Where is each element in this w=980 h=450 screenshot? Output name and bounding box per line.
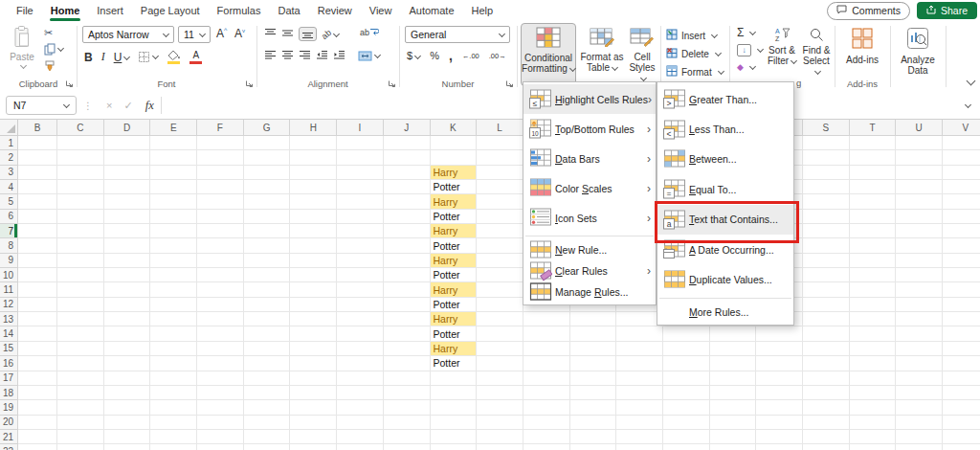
menu-item-icon-sets[interactable]: Icon Sets› bbox=[523, 203, 656, 233]
row-header-21[interactable]: 21 bbox=[0, 430, 18, 444]
cell-O21[interactable] bbox=[616, 430, 663, 444]
tab-page-layout[interactable]: Page Layout bbox=[132, 0, 209, 21]
cell-T21[interactable] bbox=[850, 430, 897, 444]
row-header-17[interactable]: 17 bbox=[0, 371, 18, 386]
cell-C9[interactable] bbox=[57, 254, 104, 268]
cell-Q14[interactable] bbox=[710, 326, 757, 341]
align-bottom-button[interactable] bbox=[299, 27, 317, 41]
cell-E20[interactable] bbox=[150, 416, 197, 430]
cell-E3[interactable] bbox=[150, 166, 197, 180]
cell-S4[interactable] bbox=[803, 180, 850, 194]
fill-color-button[interactable] bbox=[167, 50, 181, 64]
cell-R15[interactable] bbox=[756, 342, 803, 356]
cell-E16[interactable] bbox=[150, 356, 197, 371]
orientation-button[interactable]: ab bbox=[322, 29, 339, 39]
column-header-T[interactable]: T bbox=[850, 120, 897, 136]
cell-B3[interactable] bbox=[18, 166, 57, 180]
cell-H17[interactable] bbox=[290, 371, 337, 386]
tab-help[interactable]: Help bbox=[463, 0, 502, 21]
cell-S20[interactable] bbox=[803, 416, 850, 430]
cell-S13[interactable] bbox=[803, 312, 850, 326]
cell-J14[interactable] bbox=[384, 326, 431, 341]
cell-F16[interactable] bbox=[197, 356, 244, 371]
cell-H1[interactable] bbox=[290, 136, 337, 150]
cell-V15[interactable] bbox=[943, 342, 980, 356]
column-header-D[interactable]: D bbox=[104, 120, 151, 136]
cell-M18[interactable] bbox=[523, 386, 570, 400]
cell-B7[interactable] bbox=[18, 224, 57, 238]
cell-F4[interactable] bbox=[197, 180, 244, 194]
clipboard-dialog-launcher[interactable] bbox=[65, 79, 74, 88]
row-header-14[interactable]: 14 bbox=[0, 326, 18, 341]
share-button[interactable]: Share bbox=[917, 2, 977, 19]
cell-J8[interactable] bbox=[384, 238, 431, 253]
cell-G22[interactable] bbox=[244, 444, 291, 450]
cell-S11[interactable] bbox=[803, 282, 850, 297]
cell-D20[interactable] bbox=[104, 416, 151, 430]
cell-S2[interactable] bbox=[803, 150, 850, 165]
cell-V9[interactable] bbox=[943, 254, 980, 268]
cell-Q19[interactable] bbox=[710, 400, 757, 415]
cell-I2[interactable] bbox=[337, 150, 384, 165]
cell-J13[interactable] bbox=[384, 312, 431, 326]
cell-H16[interactable] bbox=[290, 356, 337, 371]
cell-N13[interactable] bbox=[570, 312, 617, 326]
cell-C16[interactable] bbox=[57, 356, 104, 371]
menu-item-equal-to[interactable]: =Equal To... bbox=[657, 174, 793, 204]
cell-E10[interactable] bbox=[150, 268, 197, 282]
cell-S16[interactable] bbox=[803, 356, 850, 371]
cell-D14[interactable] bbox=[104, 326, 151, 341]
cell-I17[interactable] bbox=[337, 371, 384, 386]
cell-D3[interactable] bbox=[104, 166, 151, 180]
cell-H4[interactable] bbox=[290, 180, 337, 194]
cell-D5[interactable] bbox=[104, 194, 151, 209]
row-header-13[interactable]: 13 bbox=[0, 312, 18, 326]
menu-item-data-bars[interactable]: Data Bars› bbox=[523, 144, 656, 173]
cell-G11[interactable] bbox=[244, 282, 291, 297]
cell-K2[interactable] bbox=[431, 150, 478, 165]
column-header-C[interactable]: C bbox=[57, 120, 104, 136]
cell-L11[interactable] bbox=[477, 282, 523, 297]
cell-D18[interactable] bbox=[104, 386, 151, 400]
cell-D8[interactable] bbox=[104, 238, 151, 253]
cell-U16[interactable] bbox=[896, 356, 943, 371]
cell-U6[interactable] bbox=[896, 210, 943, 224]
cell-J10[interactable] bbox=[384, 268, 431, 282]
cell-F18[interactable] bbox=[197, 386, 244, 400]
cell-E14[interactable] bbox=[150, 326, 197, 341]
cell-C19[interactable] bbox=[57, 400, 104, 415]
cell-C10[interactable] bbox=[57, 268, 104, 282]
cell-D7[interactable] bbox=[104, 224, 151, 238]
cell-I14[interactable] bbox=[337, 326, 384, 341]
cell-D10[interactable] bbox=[104, 268, 151, 282]
cell-C13[interactable] bbox=[57, 312, 104, 326]
column-header-B[interactable]: B bbox=[18, 120, 57, 136]
cell-H20[interactable] bbox=[290, 416, 337, 430]
insert-cells-button[interactable]: Insert bbox=[666, 29, 717, 42]
row-header-6[interactable]: 6 bbox=[0, 210, 18, 224]
font-size-select[interactable]: 11 bbox=[178, 26, 211, 43]
number-dialog-launcher[interactable] bbox=[505, 79, 514, 88]
cell-F10[interactable] bbox=[197, 268, 244, 282]
cell-C21[interactable] bbox=[57, 430, 104, 444]
cell-S15[interactable] bbox=[803, 342, 850, 356]
cell-L16[interactable] bbox=[477, 356, 523, 371]
cell-L4[interactable] bbox=[477, 180, 523, 194]
menu-item-more-rules[interactable]: More Rules... bbox=[657, 302, 793, 323]
cell-K21[interactable] bbox=[431, 430, 478, 444]
cell-L5[interactable] bbox=[477, 194, 523, 209]
cell-S7[interactable] bbox=[803, 224, 850, 238]
cell-B13[interactable] bbox=[18, 312, 57, 326]
cell-G1[interactable] bbox=[244, 136, 291, 150]
cell-I15[interactable] bbox=[337, 342, 384, 356]
column-header-G[interactable]: G bbox=[244, 120, 291, 136]
cell-L1[interactable] bbox=[477, 136, 523, 150]
cell-H21[interactable] bbox=[290, 430, 337, 444]
cell-F7[interactable] bbox=[197, 224, 244, 238]
cell-S1[interactable] bbox=[803, 136, 850, 150]
cell-B5[interactable] bbox=[18, 194, 57, 209]
cell-D13[interactable] bbox=[104, 312, 151, 326]
cell-I21[interactable] bbox=[337, 430, 384, 444]
delete-cells-button[interactable]: Delete bbox=[666, 47, 721, 60]
cell-S17[interactable] bbox=[803, 371, 850, 386]
